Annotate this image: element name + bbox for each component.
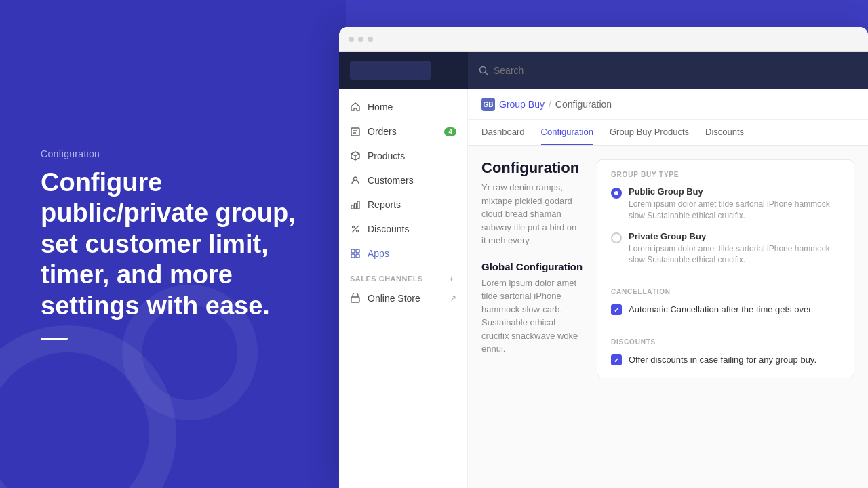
online-store-label: Online Store	[368, 293, 420, 304]
discounts-option[interactable]: Offer discounts in case failing for any …	[611, 354, 840, 366]
radio-public[interactable]: Public Group Buy Lorem ipsum dolor amet …	[611, 186, 840, 222]
sidebar-orders-label: Orders	[368, 126, 397, 137]
left-panel: Configuration Configure public/private g…	[0, 0, 346, 488]
browser-dot-1	[349, 37, 354, 42]
sidebar-item-products[interactable]: Products	[339, 144, 467, 168]
reports-icon	[350, 199, 361, 210]
main-content: Home Orders 4	[339, 89, 868, 488]
sidebar-apps-label: Apps	[368, 248, 389, 259]
cancellation-checkbox[interactable]	[611, 304, 622, 315]
orders-badge: 4	[444, 127, 456, 136]
svg-point-12	[353, 226, 355, 228]
svg-rect-10	[355, 203, 357, 209]
discounts-section-label: DISCOUNTS	[611, 338, 840, 346]
svg-point-13	[357, 230, 359, 232]
radio-private[interactable]: Private Group Buy Lorem ipsum dolor amet…	[611, 231, 840, 266]
config-title: Configuration	[481, 159, 583, 177]
sidebar-item-online-store[interactable]: Online Store ↗	[339, 286, 467, 310]
sidebar-discounts-label: Discounts	[368, 224, 409, 235]
sidebar-item-orders[interactable]: Orders 4	[339, 119, 467, 144]
svg-rect-15	[351, 249, 355, 253]
radio-private-content: Private Group Buy Lorem ipsum dolor amet…	[629, 231, 840, 266]
sidebar-customers-label: Customers	[368, 175, 414, 186]
discounts-icon	[350, 224, 361, 235]
radio-private-desc: Lorem ipsum dolor amet tilde sartorial i…	[629, 243, 840, 266]
radio-private-circle[interactable]	[611, 232, 622, 243]
discounts-section: DISCOUNTS Offer discounts in case failin…	[597, 327, 854, 377]
products-icon	[350, 150, 361, 161]
global-config-desc: Lorem ipsum dolor amet tilde sartorial i…	[481, 277, 583, 356]
config-left-col: Configuration Yr raw denim ramps, mixtap…	[481, 159, 583, 474]
tab-discounts[interactable]: Discounts	[705, 120, 744, 145]
orders-icon	[350, 126, 361, 137]
add-sales-channel-button[interactable]: ＋	[447, 274, 456, 283]
customers-icon	[350, 175, 361, 186]
sidebar-item-home[interactable]: Home	[339, 95, 467, 119]
sidebar-item-customers[interactable]: Customers	[339, 168, 467, 192]
discounts-checkbox-label: Offer discounts in case failing for any …	[629, 354, 816, 366]
apps-icon	[350, 248, 361, 259]
tab-dashboard[interactable]: Dashboard	[481, 120, 525, 145]
left-subtitle: Configuration	[41, 148, 305, 159]
discounts-checkbox[interactable]	[611, 354, 622, 365]
search-icon	[479, 66, 488, 75]
svg-rect-2	[351, 128, 359, 136]
home-icon	[350, 102, 361, 113]
sales-channels-label: SALES CHANNELS	[350, 274, 423, 283]
breadcrumb-app-link[interactable]: Group Buy	[499, 99, 545, 110]
browser-bar	[339, 27, 868, 52]
app-layout: Home Orders 4	[339, 52, 868, 488]
svg-rect-11	[357, 201, 359, 209]
sidebar-reports-label: Reports	[368, 199, 401, 210]
svg-rect-19	[351, 297, 359, 302]
sidebar-home-label: Home	[368, 102, 393, 113]
left-divider	[41, 338, 68, 340]
cancellation-section: CANCELLATION Automatic Cancellation afte…	[597, 277, 854, 327]
store-icon	[350, 293, 361, 304]
breadcrumb: GB Group Buy / Configuration	[468, 89, 868, 120]
cancellation-checkbox-label: Automatic Cancellation after the time ge…	[629, 304, 813, 316]
svg-rect-18	[356, 254, 359, 258]
config-card: GROUP BUY TYPE Public Group Buy Lorem ip…	[597, 159, 854, 378]
page-tabs: Dashboard Configuration Group Buy Produc…	[468, 120, 868, 146]
radio-public-content: Public Group Buy Lorem ipsum dolor amet …	[629, 186, 840, 222]
search-bar[interactable]	[468, 52, 868, 89]
tab-configuration[interactable]: Configuration	[541, 120, 593, 145]
browser-dot-2	[358, 37, 363, 42]
sidebar-products-label: Products	[368, 150, 405, 161]
sidebar-item-discounts[interactable]: Discounts	[339, 217, 467, 241]
radio-private-label: Private Group Buy	[629, 231, 840, 241]
sidebar-item-reports[interactable]: Reports	[339, 192, 467, 217]
search-input[interactable]	[494, 65, 857, 76]
cancellation-label: CANCELLATION	[611, 288, 840, 296]
svg-line-7	[351, 154, 355, 156]
nav-logo	[339, 52, 468, 89]
config-card-col: GROUP BUY TYPE Public Group Buy Lorem ip…	[597, 159, 854, 474]
page-content: GB Group Buy / Configuration Dashboard C…	[468, 89, 868, 488]
radio-public-label: Public Group Buy	[629, 186, 840, 197]
svg-rect-17	[351, 254, 355, 258]
breadcrumb-current: Configuration	[555, 99, 612, 110]
app-icon: GB	[481, 98, 495, 111]
left-title: Configure public/private group, set cust…	[41, 167, 305, 322]
svg-line-14	[352, 226, 359, 232]
browser-dot-3	[368, 37, 373, 42]
svg-point-8	[354, 177, 357, 180]
external-link-icon: ↗	[450, 293, 456, 303]
browser-window: Home Orders 4	[339, 27, 868, 488]
svg-rect-9	[351, 205, 353, 209]
page-body: Configuration Yr raw denim ramps, mixtap…	[468, 146, 868, 488]
cancellation-option[interactable]: Automatic Cancellation after the time ge…	[611, 304, 840, 316]
group-buy-type-section: GROUP BUY TYPE Public Group Buy Lorem ip…	[597, 160, 854, 277]
sales-channels-header: SALES CHANNELS ＋	[339, 266, 467, 286]
group-buy-type-label: GROUP BUY TYPE	[611, 171, 840, 178]
svg-line-6	[355, 154, 359, 156]
sidebar-item-apps[interactable]: Apps	[339, 241, 467, 266]
tab-group-buy-products[interactable]: Group Buy Products	[610, 120, 689, 145]
svg-line-1	[486, 73, 488, 75]
logo	[350, 61, 431, 80]
radio-public-desc: Lorem ipsum dolor amet tilde sartorial i…	[629, 199, 840, 222]
radio-public-circle[interactable]	[611, 188, 622, 199]
config-desc: Yr raw denim ramps, mixtape pickled goda…	[481, 181, 583, 247]
breadcrumb-separator: /	[549, 99, 551, 110]
